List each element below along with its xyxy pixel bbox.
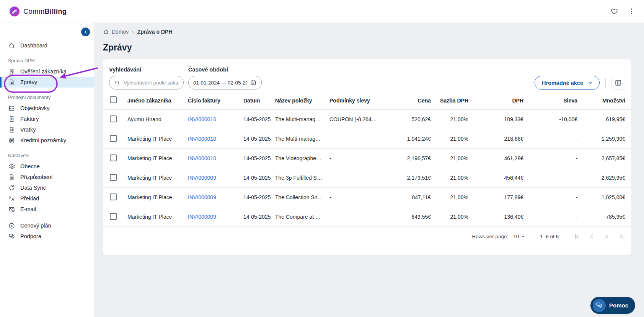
row-select-cell [109, 174, 123, 182]
sidebar-item-e-mail[interactable]: E-mail [0, 204, 94, 215]
sidebar-item-cenovy-plan[interactable]: €Cenový plán [0, 220, 94, 231]
row-checkbox[interactable] [110, 174, 117, 181]
sidebar-item-zpravy[interactable]: Zprávy [0, 77, 94, 88]
cell-invoice: INV/000016 [188, 116, 243, 122]
sidebar-item-label: E-mail [20, 206, 36, 212]
cell-invoice: INV/000009 [188, 214, 243, 220]
svg-text:€: € [11, 117, 13, 120]
sidebar-item-faktury[interactable]: €Faktury [0, 114, 94, 124]
row-checkbox[interactable] [110, 213, 117, 220]
email-icon [8, 206, 15, 213]
invoices-icon: € [8, 115, 15, 123]
cell-vat: 218,66€ [468, 136, 523, 142]
period-filter: Časové období [184, 66, 262, 89]
cell-customer: Marketing IT Place [123, 194, 188, 200]
cell-quantity: 619,95€ [577, 116, 625, 122]
invoice-link[interactable]: INV/000009 [188, 194, 216, 200]
pagination-bar: Rows per page: 10 1–6 of 6 [103, 227, 631, 246]
column-settings-button[interactable] [611, 76, 625, 90]
table-row[interactable]: Marketing IT PlaceINV/00000914-05-2025Th… [103, 168, 631, 188]
col-header-cislo-faktury: Číslo faktury [188, 98, 243, 104]
cell-discount: - [523, 175, 577, 181]
sidebar-section-prodejni-dokumenty: Prodejní dokumenty [0, 95, 94, 101]
row-checkbox[interactable] [110, 115, 117, 122]
col-header-datum: Datum [243, 98, 275, 104]
help-button[interactable]: Pomoc [590, 297, 635, 314]
row-checkbox[interactable] [110, 135, 117, 142]
translate-icon [8, 195, 15, 202]
row-checkbox[interactable] [110, 154, 117, 161]
cell-customer: Marketing IT Place [123, 155, 188, 161]
sidebar-item-objednavky[interactable]: Objednávky [0, 103, 94, 114]
cell-price: 649,55€ [377, 214, 431, 220]
invoice-link[interactable]: INV/000010 [188, 136, 216, 142]
cell-discount: -10,00€ [523, 116, 577, 122]
divider [605, 78, 606, 88]
cell-date: 14-05-2025 [243, 175, 275, 181]
invoice-link[interactable]: INV/000009 [188, 214, 216, 220]
sidebar-item-label: Kreditní poznámky [20, 137, 66, 143]
orders-icon [8, 105, 15, 112]
row-select-cell [109, 115, 123, 124]
calendar-icon[interactable] [250, 79, 257, 86]
invoice-link[interactable]: INV/000010 [188, 155, 216, 161]
cell-vat_rate: 21,00% [431, 116, 468, 122]
date-range-input[interactable] [188, 76, 262, 89]
cell-discount: - [523, 194, 577, 200]
sidebar-item-dashboard[interactable]: Dashboard [0, 40, 94, 51]
row-checkbox[interactable] [110, 193, 117, 200]
search-input[interactable] [109, 76, 184, 89]
cell-vat_rate: 21,00% [431, 214, 468, 220]
home-icon [103, 29, 109, 35]
cell-discount_terms: COUPON (-8.264… [329, 116, 377, 122]
search-field[interactable] [124, 80, 179, 86]
period-label: Časové období [188, 66, 262, 73]
invoice-link[interactable]: INV/000016 [188, 116, 216, 122]
breadcrumb-home-link[interactable]: Domov [103, 29, 129, 35]
sidebar: DashboardSpráva DPHOvěření zákazníkaZprá… [0, 23, 94, 317]
pricing-icon: € [8, 222, 15, 229]
sidebar-item-obecne[interactable]: Obecne [0, 161, 94, 172]
gear-icon [8, 163, 15, 170]
bulk-actions-button[interactable]: Hromadné akce [535, 76, 600, 90]
invoice-link[interactable]: INV/000009 [188, 175, 216, 181]
search-icon [114, 80, 121, 86]
row-select-cell [109, 193, 123, 202]
table-row[interactable]: Marketing IT PlaceINV/00001014-05-2025Th… [103, 129, 631, 149]
next-page-icon[interactable] [603, 233, 610, 240]
sidebar-item-vratky[interactable]: Vratky [0, 124, 94, 135]
table-row[interactable]: Marketing IT PlaceINV/00000914-05-2025Th… [103, 207, 631, 227]
filters-bar: Vyhledávání Časové období Hromadné akce [103, 59, 631, 91]
table-row[interactable]: Marketing IT PlaceINV/00000914-05-2025Th… [103, 188, 631, 207]
sidebar-item-kreditni-poznamky[interactable]: Kreditní poznámky [0, 135, 94, 146]
sidebar-item-podpora[interactable]: Podpora [0, 231, 94, 242]
table-row[interactable]: Marketing IT PlaceINV/00001014-05-2025Th… [103, 149, 631, 168]
row-select-cell [109, 213, 123, 221]
select-all-checkbox[interactable] [110, 96, 117, 103]
sidebar-item-data-sync[interactable]: Data Sync [0, 182, 94, 193]
table-row[interactable]: Ayumu HiranoINV/00001614-05-2025The Mult… [103, 110, 631, 129]
table-actions: Hromadné akce [535, 76, 625, 90]
brand: CommBilling [9, 6, 67, 17]
first-page-icon[interactable] [573, 233, 580, 240]
breadcrumb: Domov › Zpráva o DPH [103, 28, 635, 36]
kebab-menu-icon[interactable] [628, 7, 636, 15]
chat-icon [593, 299, 606, 312]
col-header-mnozstvi: Množství [577, 98, 625, 104]
sidebar-item-prizpusobeni[interactable]: Přizpůsobení [0, 172, 94, 182]
heart-icon[interactable] [610, 7, 618, 15]
reports-card: Vyhledávání Časové období Hromadné akce [103, 59, 631, 255]
date-range-field[interactable] [193, 80, 247, 86]
cell-quantity: 2,629,95€ [577, 175, 625, 181]
row-select-cell [109, 154, 123, 163]
sidebar-item-preklad[interactable]: Překlad [0, 193, 94, 204]
sidebar-item-label: Přizpůsobení [20, 174, 53, 180]
sidebar-collapse-button[interactable] [81, 28, 90, 36]
last-page-icon[interactable] [618, 233, 625, 240]
prev-page-icon[interactable] [588, 233, 595, 240]
sidebar-section-sprava-dph: Správa DPH [0, 58, 94, 64]
sidebar-item-label: Cenový plán [20, 223, 51, 229]
row-select-cell [109, 135, 123, 143]
rows-per-page-select[interactable]: 10 [513, 234, 526, 240]
sidebar-item-overeni-zakaznika[interactable]: Ověření zákazníka [0, 66, 94, 77]
